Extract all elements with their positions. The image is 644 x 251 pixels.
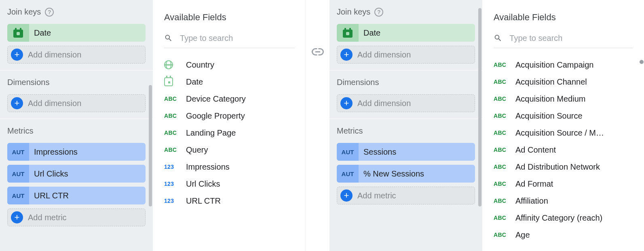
metric-chip-label: Impressions: [29, 147, 146, 157]
field-row[interactable]: ABC Google Property: [164, 107, 295, 124]
metric-chip-label: URL CTR: [29, 191, 146, 200]
date-chip-label: Date: [29, 28, 146, 38]
scrollbar-track[interactable]: [639, 0, 644, 251]
field-label: Country: [186, 60, 214, 70]
panel-divider: [305, 0, 306, 251]
metric-type-badge: AUT: [337, 143, 359, 161]
field-row[interactable]: ABC Device Category: [164, 90, 295, 107]
calendar-icon: [7, 24, 29, 42]
metric-type-badge: AUT: [7, 165, 29, 183]
help-icon[interactable]: ?: [374, 8, 383, 17]
metric-chip-label: % New Sessions: [359, 169, 475, 179]
scrollbar-thumb[interactable]: [478, 8, 481, 206]
add-dimension-pill-2[interactable]: + Add dimension: [337, 94, 475, 112]
right-fields-panel[interactable]: Available Fields ABCAcquisition Campaign…: [482, 0, 644, 251]
abc-icon: ABC: [494, 198, 507, 204]
field-label: Affinity Category (reach): [515, 213, 602, 223]
field-row[interactable]: 123 Url Clicks: [164, 175, 295, 192]
field-label: Ad Content: [515, 145, 556, 155]
field-label: Query: [186, 145, 208, 155]
scrollbar-thumb[interactable]: [640, 60, 644, 64]
field-row[interactable]: ABCAcquisition Source: [494, 107, 633, 124]
metric-chip[interactable]: AUT URL CTR: [7, 187, 146, 204]
field-row[interactable]: ABCAcquisition Medium: [494, 90, 633, 107]
field-label: Ad Format: [515, 179, 553, 189]
globe-icon: [164, 60, 178, 69]
dimensions-title: Dimensions: [7, 78, 49, 87]
right-panel-group: Join keys ? Date + Add dimension Dimensi…: [329, 0, 644, 251]
number-icon: 123: [164, 164, 178, 170]
field-label: Url Clicks: [186, 179, 220, 189]
add-dimension-pill-2[interactable]: + Add dimension: [7, 94, 146, 112]
field-row[interactable]: ABCAcquisition Channel: [494, 73, 633, 90]
scrollbar-thumb[interactable]: [149, 85, 152, 206]
search-icon: [164, 33, 173, 43]
metric-chip[interactable]: AUT % New Sessions: [337, 165, 475, 183]
available-fields-title: Available Fields: [494, 12, 633, 23]
metric-type-badge: AUT: [7, 187, 29, 204]
abc-icon: ABC: [494, 62, 507, 68]
metric-chip[interactable]: AUT Url Clicks: [7, 165, 146, 183]
field-label: Google Property: [186, 111, 245, 121]
date-chip-label: Date: [359, 28, 475, 38]
metric-chip-label: Sessions: [359, 147, 475, 157]
plus-icon: +: [11, 97, 23, 109]
plus-icon: +: [11, 211, 23, 223]
metric-chip[interactable]: AUT Impressions: [7, 143, 146, 161]
field-row[interactable]: 123 Impressions: [164, 158, 295, 175]
field-row[interactable]: Date: [164, 73, 295, 90]
metric-type-badge: AUT: [337, 165, 359, 183]
plus-icon: +: [11, 49, 23, 61]
field-label: Device Category: [186, 94, 246, 104]
add-metric-label: Add metric: [357, 191, 396, 200]
field-label: Affiliation: [515, 196, 548, 206]
plus-icon: +: [340, 49, 353, 61]
field-row[interactable]: ABCAffinity Category (reach): [494, 209, 633, 226]
link-icon: [310, 45, 325, 59]
field-row[interactable]: ABC Query: [164, 141, 295, 158]
field-row[interactable]: ABC Landing Page: [164, 124, 295, 141]
search-input[interactable]: [180, 34, 295, 43]
field-label: Age: [515, 230, 530, 240]
field-row[interactable]: ABCAd Distribution Network: [494, 158, 633, 175]
field-label: Acquisition Source / M…: [515, 128, 604, 138]
field-row[interactable]: ABCAd Content: [494, 141, 633, 158]
field-label: Impressions: [186, 162, 230, 172]
help-icon[interactable]: ?: [45, 8, 54, 17]
date-chip[interactable]: Date: [7, 24, 146, 42]
field-row[interactable]: ABCAffiliation: [494, 192, 633, 209]
abc-icon: ABC: [494, 113, 507, 119]
field-list: ABCAcquisition Campaign ABCAcquisition C…: [494, 56, 633, 243]
date-chip[interactable]: Date: [337, 24, 475, 42]
metric-chip[interactable]: AUT Sessions: [337, 143, 475, 161]
dimensions-section: Dimensions + Add dimension: [329, 70, 482, 119]
search-input[interactable]: [509, 34, 633, 43]
field-row[interactable]: ABCAge: [494, 226, 633, 243]
add-metric-pill[interactable]: + Add metric: [337, 187, 475, 204]
join-keys-title: Join keys: [337, 7, 370, 17]
field-row[interactable]: ABCAcquisition Campaign: [494, 56, 633, 73]
field-row[interactable]: 123 URL CTR: [164, 192, 295, 209]
field-row[interactable]: ABCAd Format: [494, 175, 633, 192]
field-label: Acquisition Campaign: [515, 60, 593, 70]
abc-icon: ABC: [164, 113, 178, 119]
abc-icon: ABC: [164, 130, 178, 136]
field-label: Ad Distribution Network: [515, 162, 600, 172]
left-fields-panel[interactable]: Available Fields Country Date ABC Device…: [153, 0, 306, 251]
field-row[interactable]: Country: [164, 56, 295, 73]
join-keys-section: Join keys ? Date + Add dimension: [0, 0, 153, 70]
number-icon: 123: [164, 198, 178, 204]
add-dimension-pill[interactable]: + Add dimension: [337, 46, 475, 64]
add-dimension-pill[interactable]: + Add dimension: [7, 46, 146, 64]
abc-icon: ABC: [494, 130, 507, 136]
add-metric-pill[interactable]: + Add metric: [7, 208, 146, 226]
add-dimension-label-2: Add dimension: [28, 99, 81, 108]
available-fields-title: Available Fields: [164, 12, 295, 23]
right-config-panel[interactable]: Join keys ? Date + Add dimension Dimensi…: [329, 0, 482, 251]
field-row[interactable]: ABCAcquisition Source / M…: [494, 124, 633, 141]
left-config-panel[interactable]: Join keys ? Date + Add dimension Dimensi…: [0, 0, 153, 251]
join-connector: [306, 0, 329, 251]
abc-icon: ABC: [164, 147, 178, 153]
field-label: Date: [186, 77, 203, 87]
abc-icon: ABC: [494, 147, 507, 153]
